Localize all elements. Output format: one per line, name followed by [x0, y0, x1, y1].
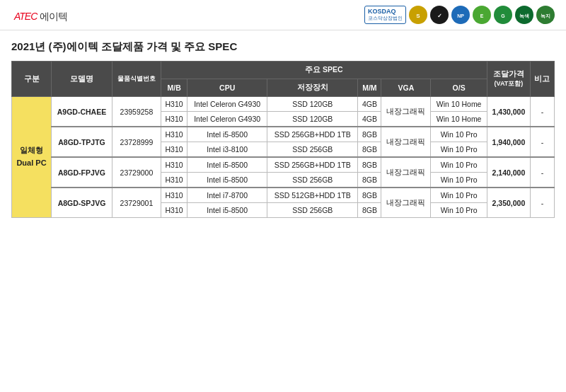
- cell-vga: 내장그래픽: [381, 127, 431, 157]
- table-row: A8GD-FPJVG23729000H310Intel i5-8500SSD 2…: [12, 157, 555, 173]
- cell-price: 1,430,000: [487, 97, 530, 127]
- cell-mb: H310: [161, 142, 187, 158]
- cell-model: A8GD-SPJVG: [52, 188, 112, 218]
- col-header-mb: M/B: [161, 79, 187, 97]
- cell-mm: 8GB: [358, 188, 381, 203]
- cell-os: Win 10 Pro: [431, 157, 487, 173]
- cell-code: 23729001: [112, 188, 161, 218]
- cell-model: A9GD-CHAEE: [52, 97, 112, 127]
- cell-storage: SSD 256GB: [267, 173, 358, 188]
- col-header-vga: VGA: [381, 79, 431, 97]
- cell-price: 2,350,000: [487, 188, 530, 218]
- cell-os: Win 10 Pro: [431, 203, 487, 218]
- cell-cpu: Intel i7-8700: [187, 188, 267, 203]
- cell-cpu: Intel i5-8500: [187, 173, 267, 188]
- table-row: A8GD-SPJVG23729001H310Intel i7-8700SSD 5…: [12, 188, 555, 203]
- cell-os: Win 10 Pro: [431, 127, 487, 142]
- cell-mb: H310: [161, 188, 187, 203]
- cert-badge-2: ✓: [430, 6, 449, 24]
- cell-vga: 내장그래픽: [381, 188, 431, 218]
- spec-table: 구분 모델명 물품식별번호 주요 SPEC 조달가격 (VAT포함) 비고 M/…: [11, 61, 555, 218]
- cell-code: 23729000: [112, 157, 161, 188]
- col-header-model: 모델명: [52, 62, 112, 97]
- cell-note: -: [530, 97, 554, 127]
- col-header-os: O/S: [431, 79, 487, 97]
- cert-badge-3: NP: [451, 6, 470, 24]
- col-header-gubun: 구분: [12, 62, 52, 97]
- table-body: 일체형 Dual PCA9GD-CHAEE23959258H310Intel C…: [12, 97, 555, 218]
- cert-badge-5: G: [494, 6, 512, 24]
- page-title: 2021년 (주)에이텍 조달제품 가격 및 주요 SPEC: [0, 30, 566, 61]
- cell-storage: SSD 512GB+HDD 1TB: [267, 188, 358, 203]
- col-header-cpu: CPU: [187, 79, 267, 97]
- cell-mb: H310: [161, 173, 187, 188]
- cell-category: 일체형 Dual PC: [12, 97, 52, 218]
- cell-model: A8GD-TPJTG: [52, 127, 112, 157]
- cell-mm: 8GB: [358, 203, 381, 218]
- col-header-price: 조달가격 (VAT포함): [487, 62, 530, 97]
- cell-cpu: Intel Celeron G4930: [187, 112, 267, 127]
- cell-storage: SSD 256GB+HDD 1TB: [267, 157, 358, 173]
- cell-note: -: [530, 188, 554, 218]
- cell-mb: H310: [161, 127, 187, 142]
- cell-mm: 8GB: [358, 127, 381, 142]
- spec-table-wrapper: 구분 모델명 물품식별번호 주요 SPEC 조달가격 (VAT포함) 비고 M/…: [0, 61, 566, 218]
- cell-mm: 8GB: [358, 142, 381, 158]
- cell-note: -: [530, 127, 554, 157]
- cell-mm: 4GB: [358, 97, 381, 112]
- cell-mb: H310: [161, 203, 187, 218]
- col-header-note: 비고: [530, 62, 554, 97]
- svg-text:E: E: [480, 13, 484, 18]
- atec-logo: ATEC에이텍: [11, 6, 67, 24]
- cert-badge-1: S: [409, 6, 427, 24]
- cell-mm: 8GB: [358, 173, 381, 188]
- cell-price: 2,140,000: [487, 157, 530, 188]
- cell-os: Win 10 Pro: [431, 173, 487, 188]
- cell-storage: SSD 256GB: [267, 203, 358, 218]
- cell-storage: SSD 256GB: [267, 142, 358, 158]
- svg-text:녹색: 녹색: [519, 13, 529, 19]
- svg-text:S: S: [416, 13, 420, 19]
- page-header: ATEC에이텍 KOSDAQ 코스닥상장법인 S ✓ NP E G 녹색: [0, 0, 566, 30]
- cell-cpu: Intel i3-8100: [187, 142, 267, 158]
- cell-mb: H310: [161, 112, 187, 127]
- cell-note: -: [530, 157, 554, 188]
- svg-text:녹지: 녹지: [541, 13, 550, 19]
- cell-storage: SSD 256GB+HDD 1TB: [267, 127, 358, 142]
- col-header-mm: M/M: [358, 79, 381, 97]
- cell-cpu: Intel i5-8500: [187, 127, 267, 142]
- cell-cpu: Intel i5-8500: [187, 157, 267, 173]
- cert-badge-7: 녹지: [536, 6, 555, 24]
- svg-text:G: G: [501, 13, 505, 18]
- cell-vga: 내장그래픽: [381, 157, 431, 188]
- cell-storage: SSD 120GB: [267, 112, 358, 127]
- svg-text:NP: NP: [457, 13, 464, 18]
- cell-cpu: Intel Celeron G4930: [187, 97, 267, 112]
- col-header-storage: 저장장치: [267, 79, 358, 97]
- cell-mm: 4GB: [358, 112, 381, 127]
- cell-code: 23728999: [112, 127, 161, 157]
- logo-right: KOSDAQ 코스닥상장법인 S ✓ NP E G 녹색 녹지: [364, 6, 555, 24]
- cell-storage: SSD 120GB: [267, 97, 358, 112]
- cell-mb: H310: [161, 157, 187, 173]
- cell-price: 1,940,000: [487, 127, 530, 157]
- cell-os: Win 10 Home: [431, 112, 487, 127]
- kosdaq-logo: KOSDAQ 코스닥상장법인: [364, 6, 406, 23]
- cell-model: A8GD-FPJVG: [52, 157, 112, 188]
- col-header-product-code: 물품식별번호: [112, 62, 161, 97]
- cell-vga: 내장그래픽: [381, 97, 431, 127]
- cell-os: Win 10 Pro: [431, 142, 487, 158]
- cell-code: 23959258: [112, 97, 161, 127]
- table-row: A8GD-TPJTG23728999H310Intel i5-8500SSD 2…: [12, 127, 555, 142]
- table-header-row-1: 구분 모델명 물품식별번호 주요 SPEC 조달가격 (VAT포함) 비고: [12, 62, 555, 79]
- cell-cpu: Intel i5-8500: [187, 203, 267, 218]
- cert-badge-6: 녹색: [515, 6, 533, 24]
- cell-mm: 8GB: [358, 157, 381, 173]
- table-row: 일체형 Dual PCA9GD-CHAEE23959258H310Intel C…: [12, 97, 555, 112]
- col-header-spec: 주요 SPEC: [161, 62, 487, 79]
- cell-os: Win 10 Home: [431, 97, 487, 112]
- cert-badge-4: E: [473, 6, 491, 24]
- cell-mb: H310: [161, 97, 187, 112]
- kosdaq-area: KOSDAQ 코스닥상장법인: [364, 6, 406, 23]
- cell-os: Win 10 Pro: [431, 188, 487, 203]
